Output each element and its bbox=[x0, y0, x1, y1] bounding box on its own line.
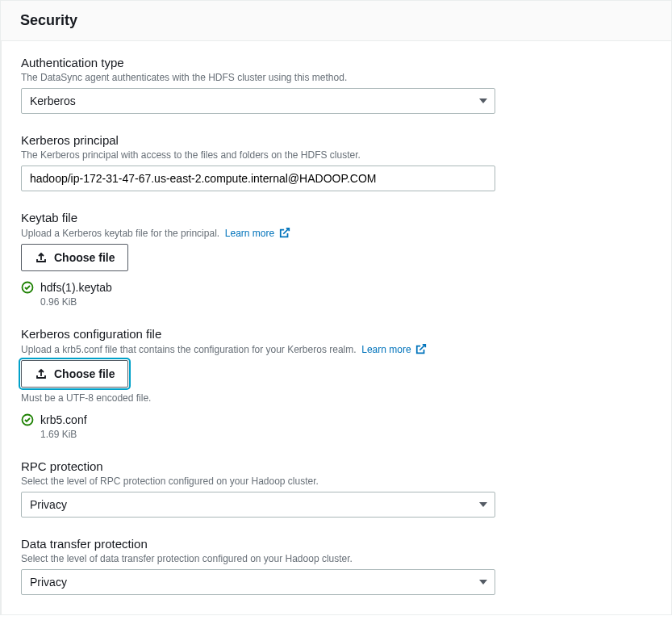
transfer-select[interactable]: Privacy bbox=[21, 569, 495, 595]
krb5-learn-more-link[interactable]: Learn more bbox=[361, 344, 427, 355]
chevron-down-icon bbox=[479, 580, 487, 585]
keytab-desc: Upload a Kerberos keytab file for the pr… bbox=[21, 227, 652, 239]
success-check-icon bbox=[21, 281, 34, 294]
panel-body: Authentication type The DataSync agent a… bbox=[1, 41, 671, 614]
keytab-learn-more-link[interactable]: Learn more bbox=[225, 228, 290, 239]
krb5-file-name: krb5.conf bbox=[40, 413, 87, 426]
krb5-hint: Must be a UTF-8 encoded file. bbox=[21, 392, 652, 404]
krb5-desc: Upload a krb5.conf file that contains th… bbox=[21, 343, 652, 355]
chevron-down-icon bbox=[479, 502, 487, 507]
auth-type-field: Authentication type The DataSync agent a… bbox=[21, 56, 652, 114]
krb5-field: Kerberos configuration file Upload a krb… bbox=[21, 327, 652, 440]
panel-header: Security bbox=[1, 1, 671, 41]
choose-file-label: Choose file bbox=[54, 251, 115, 264]
rpc-value: Privacy bbox=[30, 498, 67, 511]
auth-type-label: Authentication type bbox=[21, 56, 652, 69]
keytab-label: Keytab file bbox=[21, 211, 652, 224]
security-panel: Security Authentication type The DataSyn… bbox=[0, 0, 672, 615]
keytab-choose-file-button[interactable]: Choose file bbox=[21, 244, 128, 271]
rpc-label: RPC protection bbox=[21, 459, 652, 473]
principal-field: Kerberos principal The Kerberos principa… bbox=[21, 133, 652, 191]
krb5-label: Kerberos configuration file bbox=[21, 327, 652, 341]
transfer-field: Data transfer protection Select the leve… bbox=[21, 537, 652, 595]
external-link-icon bbox=[279, 227, 290, 238]
principal-label: Kerberos principal bbox=[21, 133, 652, 147]
upload-icon bbox=[35, 251, 48, 264]
external-link-icon bbox=[415, 343, 427, 354]
auth-type-select[interactable]: Kerberos bbox=[21, 88, 495, 114]
keytab-field: Keytab file Upload a Kerberos keytab fil… bbox=[21, 211, 652, 308]
transfer-value: Privacy bbox=[30, 576, 67, 589]
choose-file-label: Choose file bbox=[54, 367, 115, 380]
principal-input[interactable] bbox=[21, 166, 495, 191]
upload-icon bbox=[35, 367, 48, 380]
krb5-choose-file-button[interactable]: Choose file bbox=[21, 360, 128, 388]
auth-type-value: Kerberos bbox=[30, 94, 76, 107]
panel-title: Security bbox=[20, 12, 652, 29]
auth-type-desc: The DataSync agent authenticates with th… bbox=[21, 72, 652, 83]
transfer-label: Data transfer protection bbox=[21, 537, 652, 551]
krb5-file-size: 1.69 KiB bbox=[40, 429, 652, 440]
success-check-icon bbox=[21, 413, 34, 426]
chevron-down-icon bbox=[479, 98, 487, 103]
principal-desc: The Kerberos principal with access to th… bbox=[21, 149, 652, 161]
krb5-file-row: krb5.conf bbox=[21, 413, 652, 426]
keytab-file-row: hdfs(1).keytab bbox=[21, 281, 652, 294]
rpc-select[interactable]: Privacy bbox=[21, 492, 495, 518]
rpc-desc: Select the level of RPC protection confi… bbox=[21, 476, 652, 487]
keytab-file-size: 0.96 KiB bbox=[40, 296, 652, 308]
keytab-file-name: hdfs(1).keytab bbox=[40, 281, 112, 294]
rpc-field: RPC protection Select the level of RPC p… bbox=[21, 459, 652, 518]
transfer-desc: Select the level of data transfer protec… bbox=[21, 553, 652, 564]
